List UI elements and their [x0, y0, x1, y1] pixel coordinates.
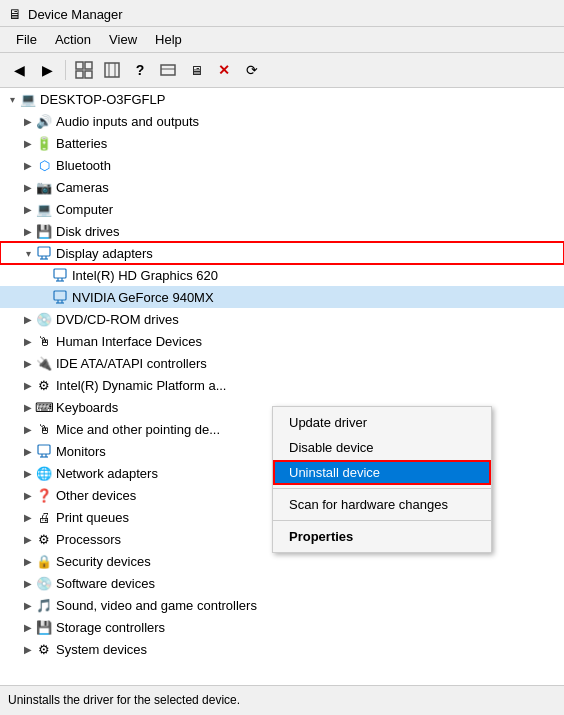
processor-icon: ⚙: [36, 531, 52, 547]
tree-toggle-diskdrives[interactable]: ▶: [20, 223, 36, 239]
tree-toggle-bluetooth[interactable]: ▶: [20, 157, 36, 173]
tree-toggle-sound[interactable]: ▶: [20, 597, 36, 613]
tree-toggle-network[interactable]: ▶: [20, 465, 36, 481]
svg-rect-1: [85, 62, 92, 69]
tree-label-system: System devices: [56, 642, 147, 657]
forward-button[interactable]: ▶: [34, 57, 60, 83]
tree-item-batteries[interactable]: ▶ 🔋 Batteries: [0, 132, 564, 154]
tree-toggle-processors[interactable]: ▶: [20, 531, 36, 547]
ctx-scan[interactable]: Scan for hardware changes: [273, 492, 491, 517]
tree-toggle-monitors[interactable]: ▶: [20, 443, 36, 459]
tree-root[interactable]: ▾ 💻 DESKTOP-O3FGFLP: [0, 88, 564, 110]
tree-item-intel[interactable]: ▶ ⚙ Intel(R) Dynamic Platform a...: [0, 374, 564, 396]
menu-file[interactable]: File: [8, 29, 45, 50]
display-adapter-icon: [36, 245, 52, 261]
ctx-update[interactable]: Update driver: [273, 410, 491, 435]
keyboard-icon: ⌨: [36, 399, 52, 415]
tree-label-gpu2: NVIDIA GeForce 940MX: [72, 290, 214, 305]
title-text: Device Manager: [28, 7, 123, 22]
tree-toggle-displayadapters[interactable]: ▾: [20, 245, 36, 261]
svg-rect-13: [54, 269, 66, 278]
tree-label-batteries: Batteries: [56, 136, 107, 151]
tree-toggle-ide[interactable]: ▶: [20, 355, 36, 371]
svg-rect-0: [76, 62, 83, 69]
ctx-disable[interactable]: Disable device: [273, 435, 491, 460]
svg-rect-21: [38, 445, 50, 454]
title-icon: 🖥: [8, 6, 22, 22]
tree-item-displayadapters[interactable]: ▾ Display adapters: [0, 242, 564, 264]
tree-toggle-batteries[interactable]: ▶: [20, 135, 36, 151]
storage-icon: 💾: [36, 619, 52, 635]
tree-item-cameras[interactable]: ▶ 📷 Cameras: [0, 176, 564, 198]
svg-rect-17: [54, 291, 66, 300]
tree-toggle-system[interactable]: ▶: [20, 641, 36, 657]
back-button[interactable]: ◀: [6, 57, 32, 83]
tree-toggle-other[interactable]: ▶: [20, 487, 36, 503]
tree-item-ide[interactable]: ▶ 🔌 IDE ATA/ATAPI controllers: [0, 352, 564, 374]
tree-item-system[interactable]: ▶ ⚙ System devices: [0, 638, 564, 660]
tree-item-bluetooth[interactable]: ▶ ⬡ Bluetooth: [0, 154, 564, 176]
print-icon: 🖨: [36, 509, 52, 525]
tree-item-storage[interactable]: ▶ 💾 Storage controllers: [0, 616, 564, 638]
hid-icon: 🖱: [36, 333, 52, 349]
tree-toggle-software[interactable]: ▶: [20, 575, 36, 591]
tree-toggle-computer[interactable]: ▶: [20, 201, 36, 217]
tree-item-gpu2[interactable]: NVIDIA GeForce 940MX: [0, 286, 564, 308]
tree-label-processors: Processors: [56, 532, 121, 547]
ctx-properties[interactable]: Properties: [273, 524, 491, 549]
svg-rect-4: [105, 63, 119, 77]
toolbar-btn-6[interactable]: [155, 57, 181, 83]
tree-item-sound[interactable]: ▶ 🎵 Sound, video and game controllers: [0, 594, 564, 616]
tree-label-audio: Audio inputs and outputs: [56, 114, 199, 129]
tree-toggle-cameras[interactable]: ▶: [20, 179, 36, 195]
toolbar-btn-delete[interactable]: ✕: [211, 57, 237, 83]
tree-label-intel: Intel(R) Dynamic Platform a...: [56, 378, 227, 393]
menu-help[interactable]: Help: [147, 29, 190, 50]
intel-icon: ⚙: [36, 377, 52, 393]
tree-toggle-intel[interactable]: ▶: [20, 377, 36, 393]
tree-item-dvd[interactable]: ▶ 💿 DVD/CD-ROM drives: [0, 308, 564, 330]
toolbar-btn-refresh[interactable]: ⟳: [239, 57, 265, 83]
system-icon: ⚙: [36, 641, 52, 657]
toolbar-btn-computer[interactable]: 🖥: [183, 57, 209, 83]
tree-label-network: Network adapters: [56, 466, 158, 481]
tree-root-toggle[interactable]: ▾: [4, 91, 20, 107]
tree-toggle-dvd[interactable]: ▶: [20, 311, 36, 327]
tree-label-mice: Mice and other pointing de...: [56, 422, 220, 437]
tree-label-print: Print queues: [56, 510, 129, 525]
ctx-uninstall[interactable]: Uninstall device: [273, 460, 491, 485]
computer-icon: 💻: [20, 91, 36, 107]
tree-toggle-print[interactable]: ▶: [20, 509, 36, 525]
tree-item-hid[interactable]: ▶ 🖱 Human Interface Devices: [0, 330, 564, 352]
toolbar-btn-help[interactable]: ?: [127, 57, 153, 83]
tree-item-audio[interactable]: ▶ 🔊 Audio inputs and outputs: [0, 110, 564, 132]
tree-item-software[interactable]: ▶ 💿 Software devices: [0, 572, 564, 594]
toolbar: ◀ ▶ ? 🖥 ✕ ⟳: [0, 53, 564, 88]
tree-item-computer[interactable]: ▶ 💻 Computer: [0, 198, 564, 220]
tree-label-sound: Sound, video and game controllers: [56, 598, 257, 613]
other-icon: ❓: [36, 487, 52, 503]
tree-toggle-security[interactable]: ▶: [20, 553, 36, 569]
toolbar-separator-1: [65, 60, 66, 80]
status-bar: Uninstalls the driver for the selected d…: [0, 685, 564, 713]
disk-icon: 💾: [36, 223, 52, 239]
ide-icon: 🔌: [36, 355, 52, 371]
tree-toggle-hid[interactable]: ▶: [20, 333, 36, 349]
menu-action[interactable]: Action: [47, 29, 99, 50]
tree-label-monitors: Monitors: [56, 444, 106, 459]
menu-view[interactable]: View: [101, 29, 145, 50]
toolbar-btn-4[interactable]: [99, 57, 125, 83]
tree-toggle-storage[interactable]: ▶: [20, 619, 36, 635]
main-content: ▾ 💻 DESKTOP-O3FGFLP ▶ 🔊 Audio inputs and…: [0, 88, 564, 685]
tree-item-diskdrives[interactable]: ▶ 💾 Disk drives: [0, 220, 564, 242]
tree-toggle-mice[interactable]: ▶: [20, 421, 36, 437]
tree-label-dvd: DVD/CD-ROM drives: [56, 312, 179, 327]
tree-toggle-gpu1: [36, 267, 52, 283]
bluetooth-icon: ⬡: [36, 157, 52, 173]
tree-item-gpu1[interactable]: Intel(R) HD Graphics 620: [0, 264, 564, 286]
toolbar-btn-3[interactable]: [71, 57, 97, 83]
menu-bar: File Action View Help: [0, 27, 564, 53]
tree-toggle-audio[interactable]: ▶: [20, 113, 36, 129]
tree-item-security[interactable]: ▶ 🔒 Security devices: [0, 550, 564, 572]
tree-area[interactable]: ▾ 💻 DESKTOP-O3FGFLP ▶ 🔊 Audio inputs and…: [0, 88, 564, 685]
